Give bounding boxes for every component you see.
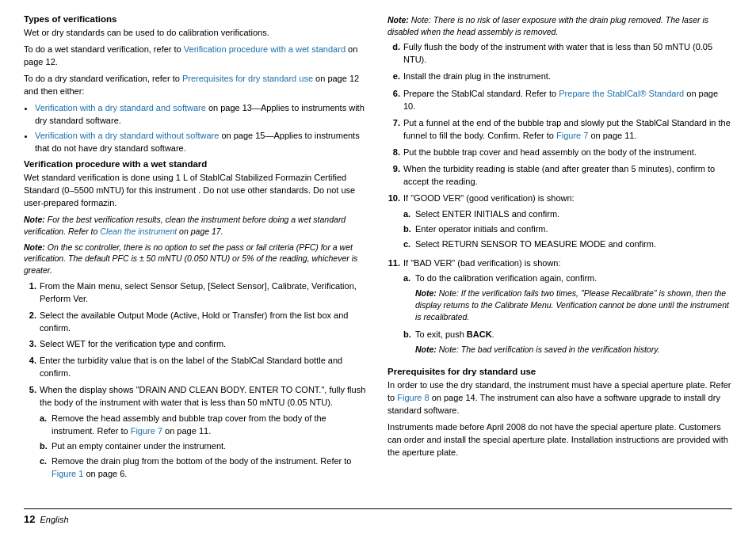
substep-5a: a. Remove the head assembly and bubble t… bbox=[40, 413, 368, 438]
types-p2-prefix: To do a wet standard verification, refer… bbox=[24, 44, 184, 54]
step-e: e. Install the drain plug in the instrum… bbox=[388, 70, 732, 83]
step-11-num: 11. bbox=[388, 257, 400, 363]
step-5: 5. When the display shows "DRAIN AND CLE… bbox=[24, 384, 368, 483]
substep-11b-text: To exit, push BACK. bbox=[415, 329, 494, 339]
step-6-content: Prepare the StablCal standard. Refer to … bbox=[403, 88, 732, 113]
footer-page-num: 12 bbox=[24, 513, 35, 525]
substep-5a-text: Remove the head assembly and bubble trap… bbox=[52, 413, 368, 438]
step-7-num: 7. bbox=[388, 117, 400, 143]
step-10-content: If "GOOD VER" (good verification) is sho… bbox=[403, 192, 732, 253]
prerequisites-p1: In order to use the dry standard, the in… bbox=[388, 379, 732, 417]
step-4: 4. Enter the turbidity value that is on … bbox=[24, 355, 368, 380]
substep-11a-content: To do the calibration verification again… bbox=[415, 272, 732, 326]
substep-5b-text: Put an empty container under the instrum… bbox=[52, 440, 226, 453]
footer-language: English bbox=[40, 515, 68, 524]
step-1-content: From the Main menu, select Sensor Setup,… bbox=[40, 280, 368, 306]
step-8: 8. Put the bubble trap cover and head as… bbox=[388, 147, 732, 159]
section-title-types: Types of verifications bbox=[24, 14, 368, 24]
figure1-link[interactable]: Figure 1 bbox=[52, 469, 83, 478]
substep-5b: b. Put an empty container under the inst… bbox=[40, 440, 368, 453]
substep-10a-text: Select ENTER INITIALS and confirm. bbox=[415, 208, 559, 221]
step-11: 11. If "BAD VER" (bad verification) is s… bbox=[388, 257, 732, 363]
substep-10b-text: Enter operator initials and confirm. bbox=[415, 223, 548, 236]
substep-5a-label: a. bbox=[40, 413, 48, 438]
step-3: 3. Select WET for the verification type … bbox=[24, 338, 368, 351]
step-6-num: 6. bbox=[388, 88, 400, 113]
step-6: 6. Prepare the StablCal standard. Refer … bbox=[388, 88, 732, 113]
left-column: Types of verifications Wet or dry standa… bbox=[24, 14, 368, 501]
right-main-steps: 6. Prepare the StablCal standard. Refer … bbox=[388, 88, 732, 362]
dry-no-software-link[interactable]: Verification with a dry standard without… bbox=[35, 131, 219, 140]
step-d-content: Fully flush the body of the instrument w… bbox=[403, 41, 732, 67]
section-title-wet: Verification procedure with a wet standa… bbox=[24, 159, 368, 169]
wet-steps-list: 1. From the Main menu, select Sensor Set… bbox=[24, 280, 368, 483]
right-note-top: Note: Note: There is no risk of laser ex… bbox=[388, 14, 732, 37]
section-prerequisites: Prerequisites for dry standard use In or… bbox=[388, 367, 732, 459]
substep-10b: b. Enter operator initials and confirm. bbox=[403, 223, 732, 236]
page: Types of verifications Wet or dry standa… bbox=[0, 0, 756, 533]
figure7-link-b[interactable]: Figure 7 bbox=[556, 131, 588, 140]
dry-standard-link[interactable]: Prerequisites for dry standard use bbox=[182, 74, 313, 83]
step-3-content: Select WET for the verification type and… bbox=[40, 338, 368, 351]
substep-11b-note: Note: Note: The bad verification is save… bbox=[415, 344, 660, 356]
substep-5c-label: c. bbox=[40, 455, 48, 481]
types-p1: Wet or dry standards can be used to do c… bbox=[24, 27, 368, 40]
figure7-link-a[interactable]: Figure 7 bbox=[131, 426, 162, 436]
step-3-num: 3. bbox=[24, 338, 36, 351]
substep-10b-label: b. bbox=[403, 223, 411, 236]
step-11-content: If "BAD VER" (bad verification) is shown… bbox=[403, 257, 732, 363]
step-11-substeps: a. To do the calibration verification ag… bbox=[403, 272, 732, 360]
step-1: 1. From the Main menu, select Sensor Set… bbox=[24, 280, 368, 306]
step-2: 2. Select the available Output Mode (Act… bbox=[24, 310, 368, 335]
step-d: d. Fully flush the body of the instrumen… bbox=[388, 41, 732, 67]
substep-5c-text: Remove the drain plug from the bottom of… bbox=[52, 455, 368, 481]
substep-10a: a. Select ENTER INITIALS and confirm. bbox=[403, 208, 732, 221]
substep-11a-text: To do the calibration verification again… bbox=[415, 273, 597, 283]
step-10-substeps: a. Select ENTER INITIALS and confirm. b.… bbox=[403, 208, 732, 251]
step-7-content: Put a funnel at the end of the bubble tr… bbox=[403, 117, 732, 143]
section-title-prerequisites: Prerequisites for dry standard use bbox=[388, 367, 732, 376]
substep-5b-label: b. bbox=[40, 440, 48, 453]
step-7: 7. Put a funnel at the end of the bubble… bbox=[388, 117, 732, 143]
substep-10a-label: a. bbox=[403, 208, 411, 221]
list-item: Verification with a dry standard without… bbox=[35, 130, 368, 155]
step-9-content: When the turbidity reading is stable (an… bbox=[403, 163, 732, 188]
types-bullet-list: Verification with a dry standard and sof… bbox=[35, 102, 368, 155]
step-5-text: When the display shows "DRAIN AND CLEAN … bbox=[40, 385, 365, 407]
right-steps-de: d. Fully flush the body of the instrumen… bbox=[388, 41, 732, 83]
prerequisites-p2: Instruments made before April 2008 do no… bbox=[388, 421, 732, 459]
step-5-num: 5. bbox=[24, 384, 36, 483]
substep-10c-text: Select RETURN SENSOR TO MEASURE MODE and… bbox=[415, 238, 656, 251]
wet-note1: Note: For the best verification results,… bbox=[24, 214, 368, 237]
list-item: Verification with a dry standard and sof… bbox=[35, 102, 368, 128]
back-bold: BACK bbox=[467, 329, 492, 339]
wet-standard-link[interactable]: Verification procedure with a wet standa… bbox=[184, 44, 346, 54]
substep-10c: c. Select RETURN SENSOR TO MEASURE MODE … bbox=[403, 238, 732, 251]
step-4-content: Enter the turbidity value that is on the… bbox=[40, 355, 368, 380]
step-4-num: 4. bbox=[24, 355, 36, 380]
substep-11a-note: Note: Note: If the verification fails tw… bbox=[415, 287, 732, 322]
dry-software-link[interactable]: Verification with a dry standard and sof… bbox=[35, 103, 206, 112]
section-wet-standard: Verification procedure with a wet standa… bbox=[24, 159, 368, 482]
types-p3-prefix: To do a dry standard verification, refer… bbox=[24, 74, 182, 83]
step-8-content: Put the bubble trap cover and head assem… bbox=[403, 147, 732, 159]
types-p2: To do a wet standard verification, refer… bbox=[24, 44, 368, 69]
step-2-num: 2. bbox=[24, 310, 36, 335]
wet-p1: Wet standard verification is done using … bbox=[24, 172, 368, 210]
step-e-content: Install the drain plug in the instrument… bbox=[403, 70, 732, 83]
substep-10c-label: c. bbox=[403, 238, 411, 251]
step-8-num: 8. bbox=[388, 147, 400, 159]
step-d-label: d. bbox=[388, 41, 400, 67]
step-5-content: When the display shows "DRAIN AND CLEAN … bbox=[40, 384, 368, 483]
figure8-link[interactable]: Figure 8 bbox=[397, 393, 429, 402]
substep-11a-label: a. bbox=[403, 272, 411, 326]
substep-11b: b. To exit, push BACK. Note: Note: The b… bbox=[403, 329, 732, 360]
content-area: Types of verifications Wet or dry standa… bbox=[24, 14, 732, 501]
step-10-num: 10. bbox=[388, 192, 400, 253]
substep-11b-content: To exit, push BACK. Note: Note: The bad … bbox=[415, 329, 660, 360]
step-2-content: Select the available Output Mode (Active… bbox=[40, 310, 368, 335]
stablcal-link[interactable]: Prepare the StablCal® Standard bbox=[559, 89, 684, 98]
step-1-num: 1. bbox=[24, 280, 36, 306]
clean-instrument-link[interactable]: Clean the instrument bbox=[100, 227, 177, 236]
step-10: 10. If "GOOD VER" (good verification) is… bbox=[388, 192, 732, 253]
